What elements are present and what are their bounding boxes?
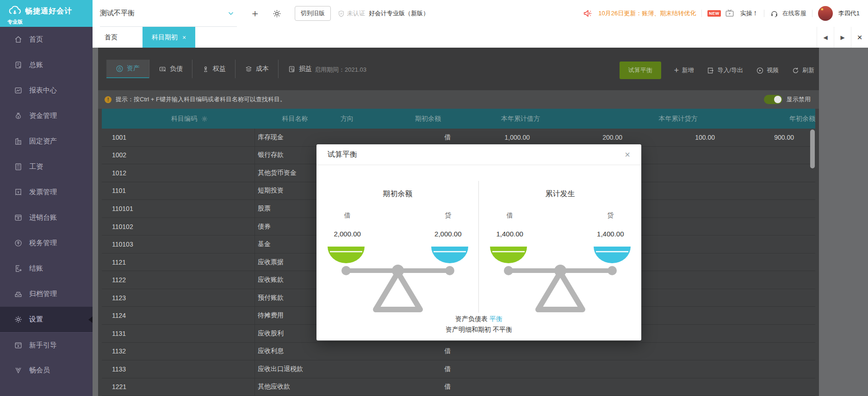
column-label: 科目名称 xyxy=(282,115,308,123)
sidebar-item-label: 固定资产 xyxy=(29,137,57,146)
dialog-footer: 资产负债表 平衡 资产明细和期初 不平衡 xyxy=(316,314,641,335)
trade-icon xyxy=(14,213,23,222)
sidebar-item[interactable]: 设置 xyxy=(0,307,93,332)
sidebar-item[interactable]: 新手引导 xyxy=(0,332,93,358)
close-icon[interactable]: × xyxy=(625,150,630,159)
debit-label: 借 xyxy=(507,211,513,220)
sidebar-item[interactable]: 工资 xyxy=(0,154,93,179)
debit-amount: 2,000.00 xyxy=(334,230,360,238)
cloud-logo-icon xyxy=(7,3,22,18)
sidebar-item[interactable]: 总账 xyxy=(0,52,93,78)
tab-home[interactable]: 首页 xyxy=(93,27,130,48)
credit-label: 贷 xyxy=(607,211,614,220)
column-settings-icon[interactable] xyxy=(201,115,208,123)
sidebar-item[interactable]: 进销台账 xyxy=(0,205,93,230)
liability-cat-icon xyxy=(159,65,167,73)
tab-scroll-left-button[interactable]: ◀ xyxy=(817,27,834,48)
category-tab-label: 负债 xyxy=(170,65,183,73)
sidebar-item[interactable]: 首页 xyxy=(0,27,93,52)
cell-code: 1122 xyxy=(102,276,254,284)
add-account-button[interactable]: ＋ xyxy=(250,8,260,19)
enabled-period: 启用期间：2021.03 xyxy=(315,66,366,74)
dialog-title: 试算平衡 xyxy=(328,150,357,160)
refresh-button[interactable]: 刷新 xyxy=(792,66,814,74)
show-disabled-label: 显示禁用 xyxy=(787,95,811,104)
sidebar-item[interactable]: 固定资产 xyxy=(0,129,93,154)
unbalanced-status: 不平衡 xyxy=(493,326,512,333)
balance-sheet-status-line: 资产负债表 平衡 xyxy=(316,314,641,324)
table-row[interactable]: 1133 应收出口退税款 借 xyxy=(102,360,815,378)
add-subject-button[interactable]: + 新增 xyxy=(674,66,694,74)
online-support-link[interactable]: 在线客服 xyxy=(782,9,806,18)
company-selector[interactable]: 测试不平衡 xyxy=(100,0,237,27)
table-row[interactable]: 1221 其他应收款 借 xyxy=(102,378,815,396)
member-icon xyxy=(14,366,23,375)
trial-balance-button[interactable]: 试算平衡 xyxy=(620,62,661,79)
video-tv-icon xyxy=(725,8,735,19)
detail-status-line: 资产明细和期初 不平衡 xyxy=(316,324,641,335)
table-header-cell: 方向 xyxy=(312,115,382,123)
tab-close-icon[interactable]: × xyxy=(182,34,186,41)
sidebar-item[interactable]: 报表中心 xyxy=(0,78,93,103)
column-label: 本年累计借方 xyxy=(501,115,540,123)
switch-old-version-button[interactable]: 切到旧版 xyxy=(295,6,331,21)
ledger-icon xyxy=(14,61,23,69)
sidebar-item-label: 资金管理 xyxy=(29,111,57,120)
hint-text: 提示：按Ctrl + F键并输入科目编码或者科目名称可以查找科目。 xyxy=(116,95,286,104)
category-tab-label: 权益 xyxy=(213,65,226,73)
category-tab[interactable]: 资产 xyxy=(106,60,149,78)
tab-scroll-right-button[interactable]: ▶ xyxy=(834,27,851,48)
certification-group[interactable]: 未认证 好会计专业版（新版） xyxy=(337,9,429,18)
table-header-cell: 本年累计贷方 xyxy=(567,115,789,123)
cell-direction: 借 xyxy=(430,347,465,355)
table-header-cell: 本年累计借方 xyxy=(474,115,567,123)
table-row[interactable]: 1001 库存现金 借 1,000.00 200.00 100.00 900.0… xyxy=(102,129,815,147)
tab-subject-opening[interactable]: 科目期初 × xyxy=(143,27,195,48)
sidebar-item-label: 新手引导 xyxy=(29,341,57,350)
salary-icon xyxy=(14,162,23,171)
cell-code: 1124 xyxy=(102,312,254,319)
divider xyxy=(812,10,812,17)
divider xyxy=(701,10,702,17)
report-icon xyxy=(14,86,23,95)
username[interactable]: 李四代1 xyxy=(838,9,860,18)
category-tab[interactable]: 权益 xyxy=(192,60,235,78)
sidebar-item[interactable]: 结账 xyxy=(0,256,93,281)
cell-code: 110103 xyxy=(102,241,254,248)
sidebar-item[interactable]: 发票管理 xyxy=(0,179,93,205)
table-scrollbar[interactable] xyxy=(810,130,815,168)
sidebar-item-label: 畅会员 xyxy=(29,366,50,375)
headset-icon xyxy=(770,9,779,18)
cell-ytd-debit: 200.00 xyxy=(534,134,627,141)
tab-nav-controls: ◀ ▶ × xyxy=(817,27,868,48)
gear-icon[interactable] xyxy=(272,9,282,19)
plus-icon: + xyxy=(674,67,679,74)
sidebar-item[interactable]: 畅会员 xyxy=(0,358,93,383)
balance-panel: 期初余额 借 贷 2,000.00 2,000.00 xyxy=(316,165,479,319)
sidebar-item[interactable]: 税务管理 xyxy=(0,230,93,256)
cell-code: 1002 xyxy=(102,151,254,159)
show-disabled-toggle[interactable] xyxy=(764,95,782,104)
category-tab[interactable]: 成本 xyxy=(235,60,278,78)
user-avatar[interactable] xyxy=(818,6,833,21)
app-logo: 畅捷通好会计 专业版 xyxy=(0,0,93,27)
closing-icon xyxy=(14,264,23,273)
import-export-button[interactable]: 导入/导出 xyxy=(707,66,743,74)
close-all-tabs-button[interactable]: × xyxy=(851,27,868,48)
asset-icon xyxy=(14,137,23,146)
sidebar-item[interactable]: 资金管理 xyxy=(0,103,93,129)
update-announcement[interactable]: 10月26日更新：账簿、期末结转优化 xyxy=(598,9,696,18)
sidebar-item-label: 报表中心 xyxy=(29,86,57,95)
cell-name: 其他应收款 xyxy=(254,378,430,396)
debit-label: 借 xyxy=(344,211,351,220)
sidebar-item[interactable]: 归档管理 xyxy=(0,281,93,307)
cert-status: 未认证 xyxy=(347,9,365,18)
table-row[interactable]: 1132 应收利息 借 xyxy=(102,343,815,361)
category-tab[interactable]: 负债 xyxy=(149,60,192,78)
asset-cat-icon xyxy=(116,65,124,73)
top-bar: 畅捷通好会计 专业版 测试不平衡 ＋ 切到旧版 未认证 好会计专业版（新版） 1… xyxy=(0,0,868,27)
cell-code: 1001 xyxy=(102,134,254,141)
video-button[interactable]: 视频 xyxy=(756,66,779,74)
edition-name: 好会计专业版（新版） xyxy=(369,9,429,18)
practice-link[interactable]: 实操！ xyxy=(740,9,758,18)
